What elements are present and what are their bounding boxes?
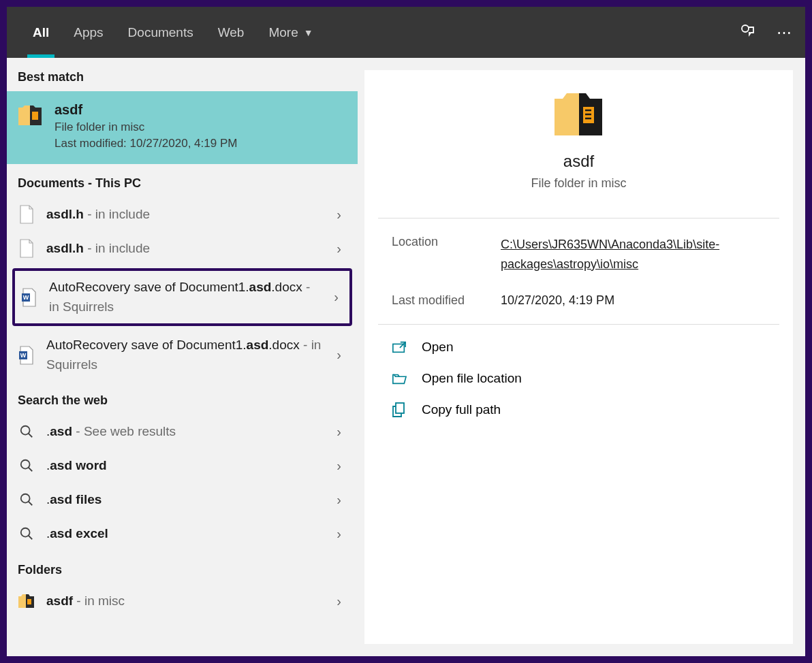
divider (378, 324, 779, 325)
best-match-item[interactable]: asdf File folder in misc Last modified: … (7, 91, 358, 164)
folder-icon-large (552, 91, 606, 138)
result-item[interactable]: W AutoRecovery save of Document1.asd.doc… (7, 329, 358, 381)
chevron-right-icon[interactable]: › (334, 289, 344, 305)
preview-title: asdf (378, 152, 779, 171)
open-icon (392, 340, 407, 355)
svg-point-0 (742, 25, 749, 32)
tabs-bar: All Apps Documents Web More ▼ ⋯ (7, 7, 805, 58)
svg-rect-1 (32, 112, 38, 120)
svg-rect-16 (396, 403, 404, 413)
word-file-icon: W (18, 345, 35, 366)
result-text: asdl.h - in include (46, 205, 326, 225)
result-text: .asd excel (46, 524, 326, 544)
best-match-sub: File folder in misc (54, 120, 237, 134)
web-header: Search the web (7, 381, 358, 415)
action-open-label: Open (422, 340, 453, 355)
tab-documents[interactable]: Documents (116, 7, 206, 58)
svg-point-10 (21, 494, 30, 503)
chevron-right-icon[interactable]: › (337, 492, 347, 508)
tab-more[interactable]: More ▼ (256, 7, 325, 58)
modified-label: Last modified (392, 293, 501, 308)
svg-text:W: W (23, 294, 29, 301)
chevron-right-icon[interactable]: › (337, 207, 347, 223)
action-open-location-label: Open file location (422, 371, 522, 386)
chevron-right-icon[interactable]: › (337, 241, 347, 257)
modified-value: 10/27/2020, 4:19 PM (501, 293, 766, 308)
best-match-modified: Last modified: 10/27/2020, 4:19 PM (54, 137, 237, 150)
file-icon (18, 204, 35, 225)
divider (378, 218, 779, 219)
web-result-item[interactable]: .asd - See web results › (7, 415, 358, 449)
result-text: .asd files (46, 490, 326, 510)
web-result-item[interactable]: .asd word › (7, 449, 358, 483)
svg-point-8 (21, 460, 30, 469)
preview-sub: File folder in misc (378, 176, 779, 191)
result-text: asdf - in misc (46, 592, 326, 611)
action-copy-path[interactable]: Copy full path (364, 394, 793, 425)
folder-result-item[interactable]: asdf - in misc › (7, 584, 358, 618)
word-file-icon: W (20, 287, 38, 308)
preview-pane: asdf File folder in misc Location C:\Use… (364, 70, 793, 644)
search-icon (18, 523, 35, 544)
svg-text:W: W (20, 352, 27, 359)
chevron-right-icon[interactable]: › (337, 347, 347, 363)
web-result-item[interactable]: .asd excel › (7, 517, 358, 551)
result-text: .asd - See web results (46, 422, 326, 442)
tab-more-label: More (268, 25, 298, 40)
svg-line-7 (29, 434, 33, 438)
results-pane: Best match asdf File folder in misc Last… (7, 58, 358, 656)
chevron-right-icon[interactable]: › (337, 458, 347, 474)
svg-point-12 (21, 528, 30, 537)
search-icon (18, 455, 35, 476)
folder-icon (18, 591, 35, 611)
folders-header: Folders (7, 551, 358, 584)
tab-apps[interactable]: Apps (61, 7, 115, 58)
folder-icon (18, 102, 44, 128)
result-item[interactable]: asdl.h - in include › (7, 231, 358, 265)
location-value[interactable]: C:\Users\JR635WN\Anaconda3\Lib\site-pack… (501, 235, 766, 274)
search-icon (18, 489, 35, 510)
chevron-down-icon: ▼ (304, 27, 313, 38)
folder-open-icon (392, 371, 407, 386)
result-text: asdl.h - in include (46, 239, 326, 259)
best-match-header: Best match (7, 58, 358, 91)
chevron-right-icon[interactable]: › (337, 526, 347, 542)
svg-rect-14 (27, 599, 31, 604)
result-item[interactable]: asdl.h - in include › (7, 197, 358, 231)
feedback-icon[interactable] (740, 22, 756, 43)
best-match-title: asdf (54, 102, 237, 118)
detail-modified: Last modified 10/27/2020, 4:19 PM (364, 284, 793, 317)
search-icon (18, 421, 35, 442)
options-icon[interactable]: ⋯ (777, 24, 792, 42)
copy-icon (392, 402, 407, 417)
tab-all[interactable]: All (20, 7, 61, 58)
svg-point-6 (21, 426, 30, 435)
svg-line-11 (29, 502, 33, 506)
action-open[interactable]: Open (364, 332, 793, 363)
documents-header: Documents - This PC (7, 164, 358, 197)
location-label: Location (392, 235, 501, 274)
chevron-right-icon[interactable]: › (337, 424, 347, 440)
result-text: .asd word (46, 456, 326, 476)
tab-web[interactable]: Web (206, 7, 257, 58)
result-item-focused[interactable]: W AutoRecovery save of Document1.asd.doc… (12, 268, 352, 326)
detail-location: Location C:\Users\JR635WN\Anaconda3\Lib\… (364, 225, 793, 284)
svg-line-13 (29, 536, 33, 540)
file-icon (18, 238, 35, 259)
action-copy-path-label: Copy full path (422, 402, 501, 417)
search-window: All Apps Documents Web More ▼ ⋯ Best mat… (7, 7, 805, 656)
result-text: AutoRecovery save of Document1.asd.docx … (46, 336, 326, 374)
action-open-location[interactable]: Open file location (364, 363, 793, 394)
result-text: AutoRecovery save of Document1.asd.docx … (49, 278, 323, 317)
chevron-right-icon[interactable]: › (337, 594, 347, 609)
svg-line-9 (29, 468, 33, 472)
web-result-item[interactable]: .asd files › (7, 483, 358, 517)
